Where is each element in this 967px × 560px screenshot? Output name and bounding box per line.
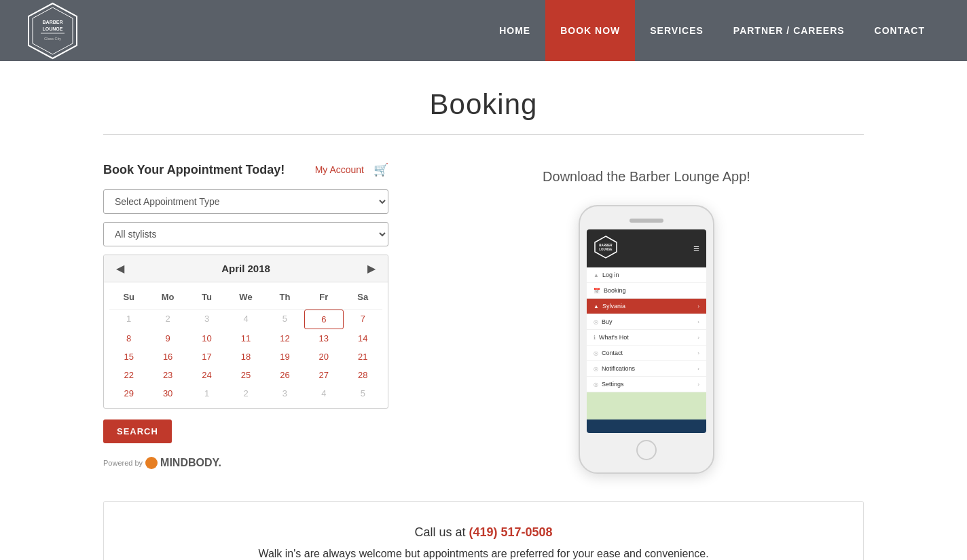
phone-screen: BARBER LOUNGE ☰ ▲ Log in — [587, 229, 706, 433]
phone-menu-items: ▲ Log in 📅 Booking — [587, 267, 706, 433]
svg-text:LOUNGE: LOUNGE — [43, 26, 63, 31]
cal-day: 1 — [187, 384, 226, 403]
phone-settings-icon: ◎ — [594, 381, 598, 388]
phone-bottom-bar — [587, 419, 706, 433]
cal-day[interactable]: 16 — [148, 348, 187, 366]
phone-map-area — [587, 392, 706, 419]
phone-menu-item-buy: ◎ Buy › — [587, 314, 706, 330]
cal-day: 2 — [226, 384, 265, 403]
phone-menu-item-settings: ◎ Settings › — [587, 377, 706, 392]
nav-home[interactable]: HOME — [484, 0, 545, 61]
booking-layout: Book Your Appointment Today! My Account … — [103, 162, 864, 474]
phone-menu-icon: ☰ — [693, 245, 699, 253]
cal-day: 5 — [344, 384, 382, 403]
phone-settings-chevron-icon: › — [697, 381, 699, 388]
call-text: Call us at (419) 517-0508 — [131, 525, 836, 540]
cal-day[interactable]: 18 — [226, 348, 265, 366]
phone-menu-item-contact: ◎ Contact › — [587, 346, 706, 361]
nav-book-now[interactable]: BOOK NOW — [545, 0, 635, 61]
cal-day[interactable]: 10 — [187, 329, 226, 348]
phone-login-icon: ▲ — [594, 272, 599, 278]
day-header-tu: Tu — [187, 289, 226, 305]
cal-day[interactable]: 24 — [187, 366, 226, 384]
app-section: Download the Barber Lounge App! BARBER L… — [429, 162, 864, 474]
nav-contact[interactable]: CONTACT — [860, 0, 940, 61]
svg-text:BARBER: BARBER — [43, 20, 63, 24]
appointment-type-select[interactable]: Select Appointment Type — [103, 189, 388, 214]
cal-day: 1 — [109, 310, 148, 329]
powered-by: Powered by MINDBODY. — [103, 457, 388, 469]
svg-text:Glass City: Glass City — [44, 37, 61, 41]
phone-buy-chevron-icon: › — [697, 319, 699, 325]
phone-booking-icon: 📅 — [594, 288, 600, 294]
cal-day: 4 — [304, 384, 343, 403]
cal-day[interactable]: 27 — [304, 366, 343, 384]
svg-marker-6 — [595, 236, 617, 258]
cal-day[interactable]: 20 — [304, 348, 343, 366]
cal-day-today[interactable]: 6 — [304, 310, 343, 329]
phone-whatshot-icon: ℹ — [594, 335, 596, 341]
cal-day[interactable]: 11 — [226, 329, 265, 348]
page-title: Booking — [103, 88, 864, 121]
phone-menu-item-booking: 📅 Booking — [587, 283, 706, 299]
account-cart: My Account 🛒 — [315, 162, 388, 177]
phone-contact-chevron-icon: › — [697, 350, 699, 356]
day-header-sa: Sa — [344, 289, 382, 305]
cal-day[interactable]: 13 — [304, 329, 343, 348]
calendar-days-header: Su Mo Tu We Th Fr Sa — [109, 285, 382, 310]
cal-day[interactable]: 25 — [226, 366, 265, 384]
cal-day[interactable]: 14 — [344, 329, 382, 348]
logo-icon: BARBER LOUNGE Glass City — [27, 2, 78, 60]
phone-menu-item-notifications: ◎ Notifications › — [587, 361, 706, 377]
next-month-button[interactable]: ▶ — [363, 261, 380, 276]
cal-day: 3 — [187, 310, 226, 329]
cal-day[interactable]: 15 — [109, 348, 148, 366]
phone-mockup: BARBER LOUNGE ☰ ▲ Log in — [579, 205, 714, 474]
calendar-month-title: April 2018 — [221, 263, 270, 274]
stylist-select[interactable]: All stylists — [103, 222, 388, 246]
cal-day[interactable]: 22 — [109, 366, 148, 384]
prev-month-button[interactable]: ◀ — [112, 261, 128, 276]
booking-header: Book Your Appointment Today! My Account … — [103, 162, 388, 177]
day-header-th: Th — [266, 289, 304, 305]
cal-day: 2 — [148, 310, 187, 329]
my-account-link[interactable]: My Account — [315, 164, 364, 175]
cal-day[interactable]: 23 — [148, 366, 187, 384]
day-header-mo: Mo — [148, 289, 187, 305]
phone-notif-chevron-icon: › — [697, 366, 699, 372]
calendar-grid: Su Mo Tu We Th Fr Sa 1 2 3 4 5 — [104, 282, 388, 408]
phone-chevron-icon: › — [697, 303, 699, 310]
calendar-week-2: 8 9 10 11 12 13 14 — [109, 329, 382, 348]
cart-icon[interactable]: 🛒 — [373, 162, 388, 177]
cal-day[interactable]: 30 — [148, 384, 187, 403]
title-divider — [103, 134, 864, 135]
cal-day: 5 — [266, 310, 304, 329]
cal-day[interactable]: 28 — [344, 366, 382, 384]
search-button[interactable]: SEARCH — [103, 419, 172, 443]
phone-home-button — [636, 440, 657, 460]
cal-day[interactable]: 26 — [266, 366, 304, 384]
cal-day: 3 — [266, 384, 304, 403]
cal-day[interactable]: 17 — [187, 348, 226, 366]
phone-location-icon: ▲ — [594, 303, 599, 310]
cal-day[interactable]: 9 — [148, 329, 187, 348]
cal-day[interactable]: 21 — [344, 348, 382, 366]
app-title: Download the Barber Lounge App! — [429, 169, 864, 185]
main-content: Booking Book Your Appointment Today! My … — [49, 61, 918, 560]
phone-notif-icon: ◎ — [594, 366, 598, 372]
phone-menu-item-whats-hot: ℹ What's Hot › — [587, 330, 706, 346]
site-header: BARBER LOUNGE Glass City HOME BOOK NOW S… — [0, 0, 967, 61]
nav-partner[interactable]: PARTNER / CAREERS — [718, 0, 860, 61]
calendar: ◀ April 2018 ▶ Su Mo Tu We Th Fr Sa — [103, 255, 388, 409]
cal-day[interactable]: 29 — [109, 384, 148, 403]
main-nav: HOME BOOK NOW SERVICES PARTNER / CAREERS… — [484, 0, 940, 61]
phone-menu-item-sylvania: ▲ Sylvania › — [587, 299, 706, 314]
nav-services[interactable]: SERVICES — [635, 0, 718, 61]
cal-day[interactable]: 12 — [266, 329, 304, 348]
cal-day[interactable]: 7 — [344, 310, 382, 329]
calendar-header: ◀ April 2018 ▶ — [104, 255, 388, 282]
cal-day[interactable]: 19 — [266, 348, 304, 366]
cal-day[interactable]: 8 — [109, 329, 148, 348]
logo-area: BARBER LOUNGE Glass City — [27, 2, 78, 60]
calendar-week-1: 1 2 3 4 5 6 7 — [109, 310, 382, 329]
